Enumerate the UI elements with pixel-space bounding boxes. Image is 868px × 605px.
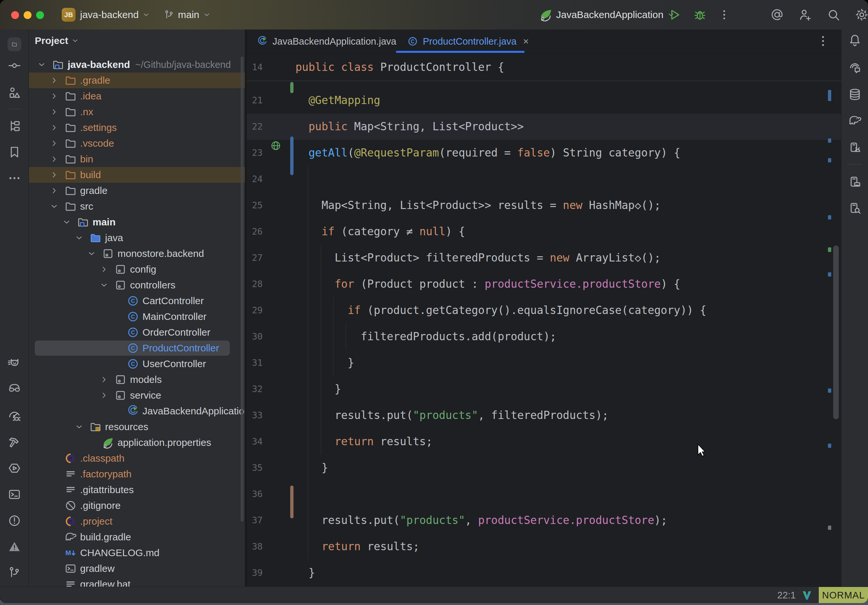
code-with-me-icon[interactable] xyxy=(798,8,812,22)
toolbar-problems-icon[interactable] xyxy=(8,514,21,528)
minimize-window-button[interactable] xyxy=(24,11,31,19)
debug-button[interactable] xyxy=(693,8,707,22)
gutter-change-marker[interactable] xyxy=(290,486,293,518)
tree-item-monostore-backend[interactable]: monostore.backend xyxy=(29,246,245,261)
tree-chevron-icon[interactable] xyxy=(49,91,59,101)
tree-item-resources[interactable]: resources xyxy=(29,419,245,435)
code-line-38[interactable]: 38 return results; xyxy=(247,534,841,560)
line-number[interactable]: 35 xyxy=(247,455,263,481)
tree-item-config[interactable]: config xyxy=(29,261,245,277)
line-number[interactable]: 29 xyxy=(247,297,263,323)
toolbar-structure-icon[interactable] xyxy=(8,86,21,100)
tree-item--project[interactable]: .project xyxy=(29,514,245,529)
toolbar-database-icon[interactable] xyxy=(848,88,862,101)
code-line-26[interactable]: 26 if (category ≠ null) { xyxy=(247,218,841,245)
toolbar-ai-cat-icon[interactable] xyxy=(8,357,21,370)
toolbar-notifications-icon[interactable] xyxy=(848,33,862,47)
error-stripe-mark[interactable] xyxy=(828,90,831,101)
code-line-29[interactable]: 29 if (product.getCategory().equalsIgnor… xyxy=(247,297,841,323)
tree-chevron-icon[interactable] xyxy=(74,233,84,243)
code-line-34[interactable]: 34 return results; xyxy=(247,429,841,455)
tree-chevron-icon[interactable] xyxy=(87,249,96,258)
code-line-24[interactable]: 24 xyxy=(247,166,841,192)
toolbar-copilot-icon[interactable] xyxy=(8,382,21,396)
line-number[interactable]: 30 xyxy=(247,323,263,350)
line-number[interactable]: 28 xyxy=(247,271,263,297)
tree-item-application-properties[interactable]: application.properties xyxy=(29,435,245,450)
line-number[interactable]: 21 xyxy=(247,87,263,113)
tree-item-service[interactable]: service xyxy=(29,387,245,403)
spring-endpoint-globe-icon[interactable] xyxy=(270,140,282,152)
tree-item-usercontroller[interactable]: CUserController xyxy=(29,356,245,372)
tree-chevron-icon[interactable] xyxy=(49,154,59,164)
toolbar-device-explorer-icon[interactable] xyxy=(848,202,862,215)
tree-chevron-icon[interactable] xyxy=(62,217,71,227)
line-number[interactable]: 26 xyxy=(247,218,263,245)
tree-item--vscode[interactable]: .vscode xyxy=(29,136,245,151)
error-stripe-mark[interactable] xyxy=(828,272,831,277)
tree-item-productcontroller[interactable]: CProductController xyxy=(29,340,245,356)
code-line-37[interactable]: 37 results.put("products", productServic… xyxy=(247,507,841,534)
line-number[interactable]: 38 xyxy=(247,534,263,560)
tree-chevron-icon[interactable] xyxy=(49,107,59,117)
ai-assistant-prompt-icon[interactable] xyxy=(770,8,784,22)
tab-javabackendapplication[interactable]: JavaBackendApplication.java xyxy=(257,29,396,53)
code-editor[interactable]: 21 @GetMapping22 public Map<String, List… xyxy=(247,53,841,586)
maximize-window-button[interactable] xyxy=(36,11,44,19)
tab-productcontroller[interactable]: C ProductController.java × xyxy=(407,29,529,53)
error-stripe-mark[interactable] xyxy=(828,248,831,252)
tree-item-cartcontroller[interactable]: CCartController xyxy=(29,293,245,309)
tree-item--factorypath[interactable]: .factorypath xyxy=(29,466,245,482)
tree-item-gradle[interactable]: gradle xyxy=(29,183,245,198)
toolbar-more-tools-icon[interactable] xyxy=(8,171,21,185)
tree-item-java-backend[interactable]: java-backend~/Github/java-backend xyxy=(29,57,245,73)
branch-selector[interactable]: main xyxy=(163,0,211,29)
tree-chevron-icon[interactable] xyxy=(99,390,109,400)
tree-item-build-gradle[interactable]: build.gradle xyxy=(29,529,245,545)
code-line-25[interactable]: 25 Map<String, List<Product>> results = … xyxy=(247,192,841,218)
gutter-change-marker[interactable] xyxy=(290,82,293,93)
code-line-23[interactable]: 23 getAll(@RequestParam(required = false… xyxy=(247,140,841,166)
ideavim-icon[interactable] xyxy=(801,590,813,601)
tree-chevron-icon[interactable] xyxy=(49,170,59,180)
toolbar-bookmarks-icon[interactable] xyxy=(8,145,21,159)
error-stripe-mark[interactable] xyxy=(828,444,831,448)
code-line-28[interactable]: 28 for (Product product : productService… xyxy=(247,271,841,297)
caret-position[interactable]: 22:1 xyxy=(777,587,796,603)
project-tree-scrollbar[interactable] xyxy=(241,56,243,521)
search-everywhere-icon[interactable] xyxy=(827,8,840,22)
project-selector[interactable]: java-backend xyxy=(80,0,150,29)
tree-item--idea[interactable]: .idea xyxy=(29,88,245,104)
sticky-line[interactable]: 14public class ProductController { xyxy=(247,53,841,81)
tree-item-changelog-md[interactable]: MCHANGELOG.md xyxy=(29,545,245,561)
tree-item--classpath[interactable]: .classpath xyxy=(29,450,245,466)
line-number[interactable]: 27 xyxy=(247,245,263,271)
toolbar-hierarchy-icon[interactable] xyxy=(8,119,21,133)
tree-chevron-icon[interactable] xyxy=(74,422,84,432)
tree-chevron-icon[interactable] xyxy=(37,60,46,70)
tree-item-java[interactable]: java xyxy=(29,230,245,246)
error-stripe-mark[interactable] xyxy=(828,526,831,530)
run-button[interactable] xyxy=(668,8,682,22)
tree-chevron-icon[interactable] xyxy=(99,265,109,274)
tree-chevron-icon[interactable] xyxy=(49,201,59,211)
line-number[interactable]: 36 xyxy=(247,481,263,507)
error-stripe-mark[interactable] xyxy=(828,158,831,162)
more-actions-button[interactable] xyxy=(718,9,730,21)
error-stripe-mark[interactable] xyxy=(828,138,831,143)
code-line-32[interactable]: 32 } xyxy=(247,376,841,402)
line-number[interactable]: 39 xyxy=(247,560,263,586)
line-number[interactable]: 33 xyxy=(247,402,263,429)
line-number[interactable]: 24 xyxy=(247,166,263,192)
toolbar-build-icon[interactable] xyxy=(8,435,21,449)
toolbar-gradle-icon[interactable] xyxy=(848,114,862,128)
tree-item--gradle[interactable]: .gradle xyxy=(29,73,245,88)
tree-chevron-icon[interactable] xyxy=(49,138,59,148)
tree-item--gitattributes[interactable]: .gitattributes xyxy=(29,482,245,498)
tree-item-ordercontroller[interactable]: COrderController xyxy=(29,325,245,340)
code-line-30[interactable]: 30 filteredProducts.add(product); xyxy=(247,323,841,350)
project-avatar[interactable]: JB xyxy=(62,8,76,22)
code-line-22[interactable]: 22 public Map<String, List<Product>> xyxy=(247,113,841,140)
settings-gear-icon[interactable] xyxy=(855,8,868,22)
tree-item-build[interactable]: build xyxy=(29,167,245,183)
